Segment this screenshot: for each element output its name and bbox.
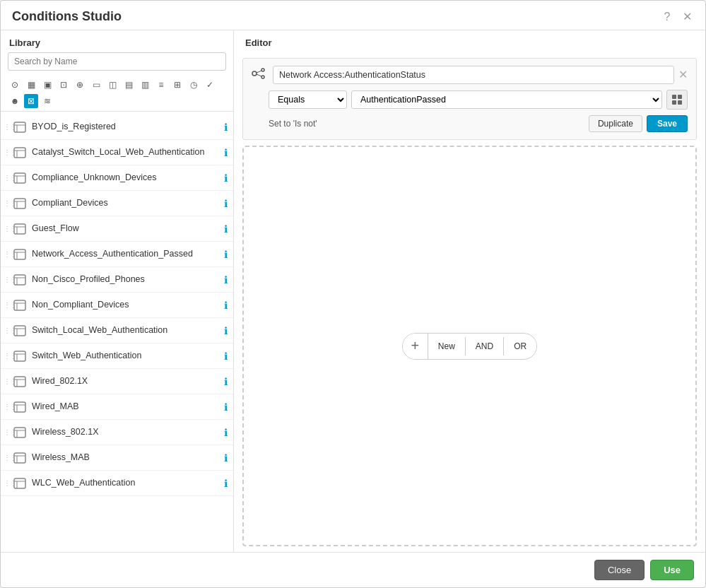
filter-wifi[interactable]: ≋ [40, 94, 54, 108]
drag-handle-icon: ⋮⋮ [4, 225, 12, 233]
filter-terminal[interactable]: ▤ [122, 78, 136, 92]
close-button[interactable]: Close [594, 560, 645, 580]
svg-point-47 [261, 76, 264, 78]
info-icon[interactable]: ℹ [224, 300, 228, 311]
filter-clock[interactable]: ◷ [187, 78, 201, 92]
close-condition-button[interactable]: ✕ [678, 69, 688, 81]
filter-person[interactable]: ☻ [8, 94, 22, 108]
filter-monitor[interactable]: ▭ [89, 78, 103, 92]
info-icon[interactable]: ℹ [224, 452, 228, 464]
item-type-icon [12, 399, 28, 415]
item-type-icon [12, 221, 28, 237]
drag-handle-icon: ⋮⋮ [4, 148, 12, 156]
save-button[interactable]: Save [647, 115, 688, 132]
list-item[interactable]: ⋮⋮ Non_Compliant_Devices ℹ [1, 293, 233, 318]
item-label: BYOD_is_Registered [32, 121, 220, 132]
list-item[interactable]: ⋮⋮ Switch_Web_Authentication ℹ [1, 343, 233, 369]
info-icon[interactable]: ℹ [224, 198, 228, 209]
info-icon[interactable]: ℹ [224, 401, 228, 413]
list-item[interactable]: ⋮⋮ Wired_802.1X ℹ [1, 369, 233, 394]
info-icon[interactable]: ℹ [224, 274, 228, 286]
drag-handle-icon: ⋮⋮ [4, 123, 12, 131]
svg-rect-12 [14, 224, 25, 234]
search-input[interactable] [8, 52, 226, 71]
info-icon[interactable]: ℹ [224, 325, 228, 336]
item-type-icon [12, 348, 28, 364]
svg-rect-39 [14, 453, 25, 463]
filter-calendar[interactable]: ⊞ [170, 78, 184, 92]
list-item[interactable]: ⋮⋮ Compliant_Devices ℹ [1, 191, 233, 216]
filter-check[interactable]: ✓ [203, 78, 217, 92]
value-select[interactable]: AuthenticationPassed AuthenticationFaile… [351, 90, 662, 109]
info-icon[interactable]: ℹ [224, 427, 228, 438]
condition-row: Network Access:AuthenticationStatus ✕ Eq… [242, 58, 697, 140]
filter-globe[interactable]: ⊕ [73, 78, 87, 92]
add-or-button[interactable]: OR [504, 337, 536, 355]
list-item[interactable]: ⋮⋮ Wireless_802.1X ℹ [1, 420, 233, 445]
dialog-footer: Close Use [1, 552, 705, 587]
info-icon[interactable]: ℹ [224, 351, 228, 362]
svg-point-45 [252, 71, 257, 76]
list-item[interactable]: ⋮⋮ Catalyst_Switch_Local_Web_Authenticat… [1, 140, 233, 165]
drag-handle-icon: ⋮⋮ [4, 428, 12, 436]
item-label: Switch_Web_Authentication [32, 350, 220, 361]
list-item[interactable]: ⋮⋮ Wired_MAB ℹ [1, 394, 233, 420]
item-type-icon [12, 196, 28, 211]
item-type-icon [12, 247, 28, 262]
filter-db[interactable]: ▥ [138, 78, 152, 92]
drag-handle-icon: ⋮⋮ [4, 352, 12, 360]
filter-users[interactable]: ⊡ [57, 78, 71, 92]
list-item[interactable]: ⋮⋮ Non_Cisco_Profiled_Phones ℹ [1, 267, 233, 293]
item-type-icon [12, 170, 28, 186]
drag-handle-icon: ⋮⋮ [4, 301, 12, 309]
filter-table[interactable]: ≡ [154, 78, 168, 92]
svg-rect-24 [14, 326, 25, 336]
info-icon[interactable]: ℹ [224, 478, 228, 489]
info-icon[interactable]: ℹ [224, 376, 228, 387]
drag-handle-icon: ⋮⋮ [4, 454, 12, 461]
set-not-label: Set to 'Is not' [269, 119, 317, 129]
list-item[interactable]: ⋮⋮ Wireless_MAB ℹ [1, 445, 233, 471]
add-new-button[interactable]: New [428, 337, 466, 355]
info-icon[interactable]: ℹ [224, 122, 228, 133]
grid-view-button[interactable] [666, 90, 688, 110]
svg-rect-30 [14, 377, 25, 387]
list-item[interactable]: ⋮⋮ Switch_Local_Web_Authentication ℹ [1, 318, 233, 343]
svg-rect-42 [14, 478, 25, 488]
list-item[interactable]: ⋮⋮ Compliance_Unknown_Devices ℹ [1, 165, 233, 191]
list-item[interactable]: ⋮⋮ WLC_Web_Authentication ℹ [1, 471, 233, 496]
filter-network[interactable]: ⊠ [24, 94, 38, 108]
item-label: Wired_802.1X [32, 375, 220, 387]
item-label: WLC_Web_Authentication [32, 477, 220, 488]
filter-location[interactable]: ⊙ [8, 78, 22, 92]
item-label: Network_Access_Authentication_Passed [32, 248, 220, 259]
list-item[interactable]: ⋮⋮ Network_Access_Authentication_Passed … [1, 242, 233, 267]
dialog-title: Conditions Studio [12, 9, 122, 24]
drag-handle-icon: ⋮⋮ [4, 174, 12, 182]
filter-server[interactable]: ▣ [40, 78, 54, 92]
filter-box2[interactable]: ◫ [105, 78, 119, 92]
item-label: Wired_MAB [32, 401, 220, 412]
list-item[interactable]: ⋮⋮ Guest_Flow ℹ [1, 216, 233, 242]
add-condition-group: + New AND OR [402, 333, 537, 360]
item-label: Compliance_Unknown_Devices [32, 172, 220, 183]
item-type-icon [12, 119, 28, 135]
info-icon[interactable]: ℹ [224, 223, 228, 235]
item-type-icon [12, 272, 28, 288]
add-and-button[interactable]: AND [466, 337, 504, 355]
info-icon[interactable]: ℹ [224, 249, 228, 260]
help-icon[interactable]: ? [660, 10, 674, 24]
operator-select[interactable]: Equals Not Equals Contains Not Contains [269, 90, 347, 109]
use-button[interactable]: Use [650, 560, 694, 580]
item-type-icon [12, 425, 28, 440]
info-icon[interactable]: ℹ [224, 172, 228, 184]
item-label: Guest_Flow [32, 223, 220, 234]
item-label: Wireless_MAB [32, 452, 220, 463]
duplicate-button[interactable]: Duplicate [589, 115, 642, 132]
svg-line-48 [257, 71, 261, 73]
list-item[interactable]: ⋮⋮ BYOD_is_Registered ℹ [1, 114, 233, 140]
close-dialog-icon[interactable]: ✕ [680, 10, 694, 24]
filter-grid[interactable]: ▦ [24, 78, 38, 92]
info-icon[interactable]: ℹ [224, 147, 228, 158]
add-plus-button[interactable]: + [403, 334, 428, 359]
